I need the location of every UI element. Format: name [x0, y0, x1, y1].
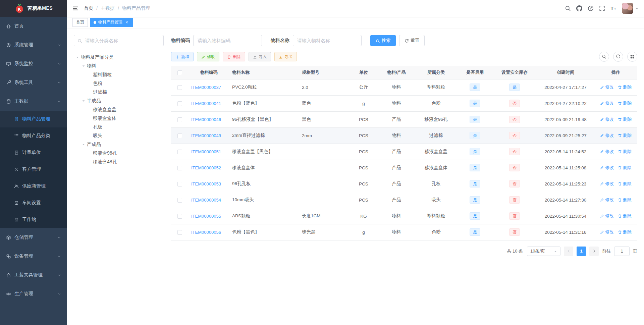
- delete-row-link[interactable]: 删除: [618, 100, 632, 106]
- table-row-7[interactable]: ITEM0000005410mm吸头PCS产品吸头是否2022-05-14 11…: [171, 192, 637, 208]
- edit-row-link[interactable]: 修改: [600, 116, 614, 122]
- item-code-link[interactable]: ITEM00000055: [191, 214, 221, 219]
- row-checkbox[interactable]: [177, 198, 182, 203]
- edit-row-link[interactable]: 修改: [600, 84, 614, 90]
- import-button[interactable]: 导入: [249, 52, 271, 61]
- item-code-link[interactable]: ITEM00000046: [191, 117, 221, 122]
- edit-row-link[interactable]: 修改: [600, 165, 614, 171]
- page-number-1[interactable]: 1: [577, 247, 586, 256]
- material-name-input[interactable]: [293, 35, 362, 46]
- tree-node[interactable]: 孔板: [74, 123, 164, 131]
- table-row-2[interactable]: ITEM0000004696孔移液盒【黑色】黑色PCS产品移液盒96孔是否202…: [171, 111, 637, 127]
- delete-row-link[interactable]: 删除: [618, 197, 632, 203]
- row-checkbox[interactable]: [177, 166, 182, 170]
- row-checkbox[interactable]: [177, 117, 182, 122]
- edit-row-link[interactable]: 修改: [600, 181, 614, 187]
- delete-row-link[interactable]: 删除: [618, 116, 632, 122]
- edit-row-link[interactable]: 修改: [600, 149, 614, 155]
- material-code-input[interactable]: [193, 35, 262, 46]
- table-row-1[interactable]: ITEM00000041色粉【蓝色】蓝色g物料色粉是否2022-04-27 22…: [171, 95, 637, 111]
- delete-row-link[interactable]: 删除: [618, 84, 632, 90]
- edit-row-link[interactable]: 修改: [600, 213, 614, 219]
- sidebar-item-7[interactable]: 工装夹具管理: [0, 266, 67, 284]
- sidebar-subitem-4-3[interactable]: 客户管理: [0, 161, 67, 178]
- row-checkbox[interactable]: [177, 182, 182, 186]
- item-code-link[interactable]: ITEM00000041: [191, 101, 221, 106]
- breadcrumb-item-0[interactable]: 首页: [84, 5, 93, 11]
- delete-row-link[interactable]: 删除: [618, 165, 632, 171]
- item-code-link[interactable]: ITEM00000037: [191, 85, 221, 90]
- tree-node[interactable]: 移液盒盒盖: [74, 105, 164, 114]
- table-row-3[interactable]: ITEM000000492mm直径过滤棉2mmPCS物料过滤棉是否2022-05…: [171, 127, 637, 144]
- tree-node[interactable]: 半成品: [74, 97, 164, 105]
- tree-node[interactable]: 产成品: [74, 140, 164, 149]
- search-button[interactable]: 搜索: [370, 35, 396, 46]
- menu-collapse-button[interactable]: [72, 5, 78, 11]
- tree-node[interactable]: 吸头: [74, 131, 164, 140]
- table-row-6[interactable]: ITEM0000005396孔孔板PCS产品孔板是否2022-05-14 11:…: [171, 176, 637, 192]
- columns-toggle-button[interactable]: [627, 52, 637, 62]
- item-code-link[interactable]: ITEM00000049: [191, 133, 221, 138]
- row-checkbox[interactable]: [177, 133, 182, 138]
- page-size-select[interactable]: 10条/页: [527, 247, 560, 256]
- sidebar-subitem-4-6[interactable]: 工作站: [0, 211, 67, 228]
- avatar[interactable]: [622, 3, 633, 14]
- table-row-5[interactable]: ITEM00000052移液盒盒体PCS产品移液盒盒体是否2022-05-14 …: [171, 160, 637, 176]
- table-row-0[interactable]: ITEM00000037PVC2.0颗粒2.0公斤物料塑料颗粒是是2022-04…: [171, 79, 637, 95]
- sidebar-subitem-4-1[interactable]: 物料产品分类: [0, 127, 67, 144]
- user-menu[interactable]: [622, 3, 639, 14]
- question-icon[interactable]: [588, 5, 594, 11]
- sidebar-item-0[interactable]: 首页: [0, 17, 67, 36]
- table-row-4[interactable]: ITEM00000051移液盒盒盖【黑色】PCS产品移液盒盒盖是否2022-05…: [171, 144, 637, 160]
- row-checkbox[interactable]: [177, 230, 182, 235]
- row-checkbox[interactable]: [177, 101, 182, 106]
- delete-row-link[interactable]: 删除: [618, 132, 632, 139]
- category-search-input[interactable]: [85, 38, 160, 44]
- sidebar-item-6[interactable]: 设备管理: [0, 247, 67, 266]
- goto-page-input[interactable]: [614, 247, 630, 256]
- item-code-link[interactable]: ITEM00000052: [191, 165, 221, 170]
- item-code-link[interactable]: ITEM00000053: [191, 181, 221, 186]
- sidebar-item-1[interactable]: 系统管理: [0, 36, 67, 54]
- tree-node[interactable]: 过滤棉: [74, 88, 164, 97]
- header-search-icon[interactable]: [565, 5, 571, 11]
- item-code-link[interactable]: ITEM00000054: [191, 198, 221, 203]
- item-code-link[interactable]: ITEM00000056: [191, 230, 221, 235]
- sidebar-subitem-4-4[interactable]: 供应商管理: [0, 178, 67, 195]
- add-button[interactable]: 新增: [171, 52, 194, 61]
- fullscreen-icon[interactable]: [599, 5, 605, 11]
- prev-page-button[interactable]: [564, 247, 573, 256]
- table-row-9[interactable]: ITEM00000056色粉【黑色】珠光黑g物料色粉是否2022-05-14 1…: [171, 224, 637, 240]
- tree-node[interactable]: 物料: [74, 62, 164, 70]
- breadcrumb-item-1[interactable]: 主数据: [101, 5, 115, 11]
- tree-node[interactable]: 移液盒盒体: [74, 114, 164, 123]
- tab-0[interactable]: 首页: [72, 18, 88, 27]
- row-checkbox[interactable]: [177, 150, 182, 154]
- delete-button[interactable]: 删除: [223, 52, 245, 61]
- tree-node[interactable]: 移液盒96孔: [74, 149, 164, 158]
- sidebar-item-3[interactable]: 系统工具: [0, 73, 67, 92]
- edit-row-link[interactable]: 修改: [600, 100, 614, 106]
- item-code-link[interactable]: ITEM00000051: [191, 149, 221, 154]
- sidebar-subitem-4-0[interactable]: 物料产品管理: [0, 111, 67, 127]
- tree-node[interactable]: 物料及产品分类: [74, 53, 164, 62]
- tree-node[interactable]: 移液盒48孔: [74, 158, 164, 166]
- edit-row-link[interactable]: 修改: [600, 197, 614, 203]
- tree-node[interactable]: 塑料颗粒: [74, 70, 164, 79]
- edit-button[interactable]: 修改: [197, 52, 219, 61]
- delete-row-link[interactable]: 删除: [618, 229, 632, 235]
- reset-button[interactable]: 重置: [399, 35, 425, 46]
- select-all-checkbox[interactable]: [177, 70, 182, 75]
- export-button[interactable]: 导出: [274, 52, 297, 61]
- delete-row-link[interactable]: 删除: [618, 181, 632, 187]
- sidebar-item-5[interactable]: 仓储管理: [0, 228, 67, 247]
- row-checkbox[interactable]: [177, 214, 182, 219]
- edit-row-link[interactable]: 修改: [600, 229, 614, 235]
- delete-row-link[interactable]: 删除: [618, 149, 632, 155]
- sidebar-item-8[interactable]: 生产管理: [0, 284, 67, 303]
- sidebar-item-2[interactable]: 系统监控: [0, 54, 67, 73]
- tree-node[interactable]: 色粉: [74, 79, 164, 88]
- refresh-table-button[interactable]: [613, 52, 623, 62]
- sidebar-item-4[interactable]: 主数据: [0, 92, 67, 111]
- tab-1[interactable]: 物料产品管理×: [90, 18, 133, 27]
